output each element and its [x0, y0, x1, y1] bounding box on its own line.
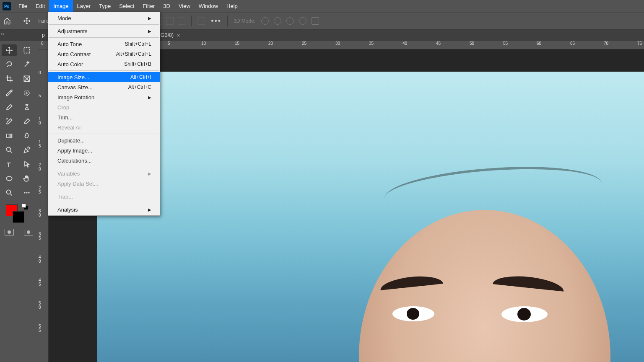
svg-point-6 [6, 176, 12, 181]
menu-item-duplicate[interactable]: Duplicate... [48, 135, 160, 145]
toolbox: T [0, 41, 38, 239]
menu-item-auto-tone[interactable]: Auto ToneShift+Ctrl+L [48, 39, 160, 49]
ruler-tick: 0 [39, 71, 43, 75]
menu-layer[interactable]: Layer [73, 0, 95, 13]
ruler-tick: 4 5 [39, 278, 43, 287]
vertical-ruler: 051 01 52 02 53 03 54 04 55 05 5 [38, 49, 49, 362]
ruler-tick: 70 [604, 41, 608, 46]
menu-item-auto-color[interactable]: Auto ColorShift+Ctrl+B [48, 59, 160, 69]
smudge-tool[interactable] [19, 130, 34, 142]
3d-pan-icon[interactable] [286, 17, 294, 25]
menu-item-auto-contrast[interactable]: Auto ContrastAlt+Shift+Ctrl+L [48, 49, 160, 59]
menu-file[interactable]: File [14, 0, 31, 13]
menu-view[interactable]: View [174, 0, 195, 13]
menu-window[interactable]: Window [195, 0, 222, 13]
menu-item-image-size[interactable]: Image Size...Alt+Ctrl+I [48, 72, 160, 82]
menu-filter[interactable]: Filter [138, 0, 159, 13]
brush-tool[interactable] [2, 101, 17, 113]
menu-item-label: Trap... [57, 194, 73, 200]
svg-point-9 [26, 192, 27, 193]
menu-item-apply-image[interactable]: Apply Image... [48, 145, 160, 155]
menu-type[interactable]: Type [95, 0, 115, 13]
gradient-tool[interactable] [2, 130, 17, 142]
eraser-tool[interactable] [19, 116, 34, 127]
menu-item-adjustments[interactable]: Adjustments▶ [48, 26, 160, 36]
more-options-icon[interactable]: ••• [211, 17, 221, 26]
hand-tool[interactable] [19, 173, 34, 184]
menu-item-reveal-all: Reveal All [48, 122, 160, 132]
ruler-tick: 50 [470, 41, 474, 46]
ruler-tick: 15 [235, 41, 239, 46]
align-bottom-icon[interactable] [178, 17, 185, 25]
lasso-tool[interactable] [2, 59, 17, 70]
menu-image[interactable]: Image [49, 0, 73, 13]
ruler-tick: 2 0 [39, 163, 43, 171]
background-color[interactable] [13, 211, 24, 223]
color-swatches[interactable] [2, 203, 36, 224]
distribute-v-icon[interactable] [197, 17, 205, 25]
menu-select[interactable]: Select [115, 0, 138, 13]
menu-item-label: Auto Color [57, 61, 83, 67]
magic-wand-tool[interactable] [19, 59, 34, 70]
menu-3d[interactable]: 3D [159, 0, 174, 13]
menu-item-analysis[interactable]: Analysis▶ [48, 204, 160, 215]
marquee-tool[interactable] [19, 44, 34, 56]
submenu-arrow-icon: ▶ [148, 29, 151, 34]
type-tool[interactable]: T [2, 158, 17, 170]
frame-tool[interactable] [19, 73, 34, 85]
default-colors-icon[interactable] [22, 204, 28, 209]
ruler-tick: 4 0 [39, 255, 43, 264]
svg-rect-3 [6, 134, 12, 137]
menu-item-label: Crop [57, 104, 69, 111]
path-select-tool[interactable] [19, 158, 34, 170]
menu-edit[interactable]: Edit [31, 0, 49, 13]
separator [17, 16, 17, 26]
screen-mode-icon[interactable] [24, 229, 33, 235]
menu-item-image-rotation[interactable]: Image Rotation▶ [48, 92, 160, 102]
3d-roll-icon[interactable] [274, 17, 281, 25]
pen-tool[interactable] [19, 144, 34, 156]
history-brush-tool[interactable] [2, 116, 17, 127]
menu-item-trim[interactable]: Trim... [48, 112, 160, 122]
collapse-chevron-icon[interactable]: ‹‹ [1, 31, 4, 36]
zoom-tool[interactable] [2, 187, 17, 199]
align-center-v-icon[interactable] [166, 17, 174, 25]
menu-item-label: Apply Image... [57, 147, 92, 154]
move-tool-icon[interactable] [23, 17, 31, 25]
menu-item-label: Mode [57, 15, 71, 21]
svg-text:T: T [7, 161, 10, 168]
ruler-tick: 35 [369, 41, 374, 46]
home-icon[interactable] [3, 17, 11, 25]
menu-item-label: Apply Data Set... [57, 181, 99, 187]
ruler-tick: 10 [201, 41, 206, 46]
3d-slide-icon[interactable] [299, 17, 306, 25]
ruler-tick: 3 5 [39, 232, 43, 240]
menu-separator [49, 190, 159, 190]
eyedropper-tool[interactable] [2, 87, 17, 99]
menu-item-trap: Trap... [48, 191, 160, 202]
menu-item-canvas-size[interactable]: Canvas Size...Alt+Ctrl+C [48, 82, 160, 92]
menu-item-shortcut: Shift+Ctrl+B [124, 61, 151, 67]
ruler-tick: 0 [41, 41, 44, 46]
close-tab-icon[interactable]: × [177, 32, 180, 39]
menu-item-label: Auto Contrast [57, 51, 91, 57]
3d-camera-icon[interactable] [312, 17, 319, 25]
quick-mask-icon[interactable] [5, 229, 14, 235]
shape-tool[interactable] [2, 173, 17, 184]
crop-tool[interactable] [2, 73, 17, 85]
ruler-tick: 65 [570, 41, 575, 46]
3d-orbit-icon[interactable] [261, 17, 269, 25]
ruler-tick: 1 0 [39, 117, 43, 125]
dodge-tool[interactable] [2, 144, 17, 156]
svg-point-7 [6, 190, 10, 194]
move-tool[interactable] [2, 44, 17, 56]
3d-mode-icons [261, 17, 319, 25]
menu-item-mode[interactable]: Mode▶ [48, 13, 160, 23]
ruler-tick: 3 0 [39, 209, 43, 217]
more-tools[interactable] [19, 187, 34, 199]
healing-brush-tool[interactable] [19, 87, 34, 99]
menu-help[interactable]: Help [222, 0, 242, 13]
clone-stamp-tool[interactable] [19, 101, 34, 113]
menu-separator [49, 203, 159, 203]
menu-item-calculations[interactable]: Calculations... [48, 155, 160, 165]
